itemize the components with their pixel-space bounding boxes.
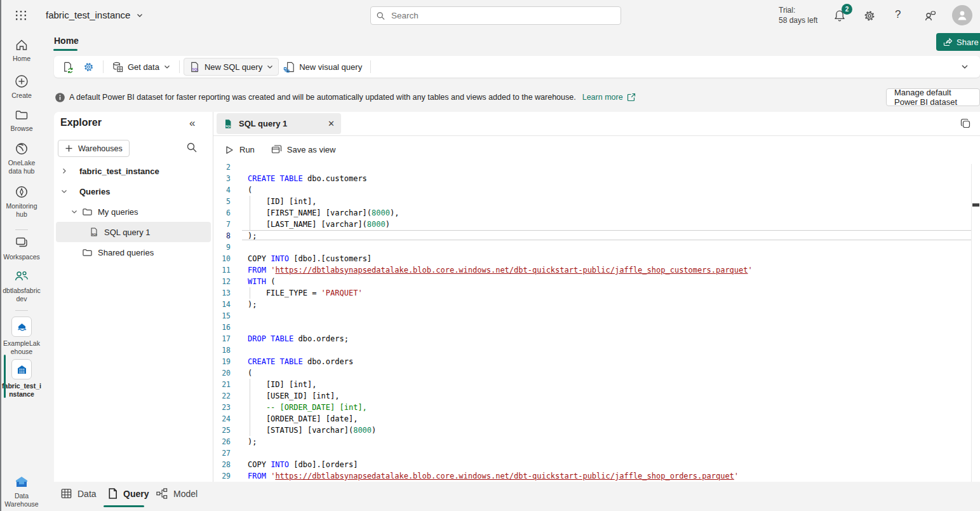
editor-line[interactable]: 20( <box>213 367 972 379</box>
share-button[interactable]: Share <box>936 33 980 51</box>
rail-item-monitoring-hub[interactable]: Monitoring hub <box>2 184 41 219</box>
line-number: 28 <box>213 459 242 470</box>
editor-line[interactable]: 13 FILE_TYPE = 'PARQUET' <box>213 287 972 299</box>
rail-item-browse[interactable]: Browse <box>2 108 41 133</box>
explorer-search-icon[interactable] <box>186 142 198 153</box>
editor-line[interactable]: 17DROP TABLE dbo.orders; <box>213 333 972 344</box>
view-tab-query[interactable]: Query <box>107 487 149 500</box>
editor-line[interactable]: 16 <box>213 322 972 333</box>
feedback-icon[interactable] <box>923 9 937 23</box>
rail-item-onelake-data-hub[interactable]: OneLake data hub <box>2 141 41 175</box>
line-number: 2 <box>213 164 242 173</box>
help-icon[interactable]: ? <box>895 8 901 21</box>
manage-dataset-button[interactable]: Manage default Power BI dataset <box>886 88 980 106</box>
editor-line[interactable]: 8); <box>213 230 972 242</box>
trial-status[interactable]: Trial: 58 days left <box>779 5 817 25</box>
editor-line[interactable]: 9 <box>213 242 972 253</box>
rail-item-create[interactable]: Create <box>2 74 41 100</box>
home-icon <box>15 38 29 52</box>
editor-line[interactable]: 4( <box>213 184 972 196</box>
rail-item-workspaces[interactable]: Workspaces <box>2 235 41 261</box>
rail-item-examplelakehouse[interactable]: ExampleLakehouse <box>2 317 41 356</box>
banner-message: A default Power BI dataset for faster re… <box>69 93 576 102</box>
tree-item-root[interactable]: fabric_test_instance <box>56 161 211 181</box>
rail-label: Home <box>13 55 30 63</box>
settings-gear-icon[interactable] <box>863 9 876 23</box>
copy-icon[interactable] <box>960 118 971 129</box>
new-sql-query-button[interactable]: SQL New SQL query <box>184 58 279 76</box>
editor-line[interactable]: 5 [ID] [int], <box>213 196 972 207</box>
app-launcher-icon[interactable] <box>14 8 28 22</box>
rail-item-data-warehouse[interactable]: Data Warehouse <box>2 474 41 508</box>
editor-line[interactable]: 3CREATE TABLE dbo.customers <box>213 173 972 184</box>
tab-close-icon[interactable]: ✕ <box>328 119 335 128</box>
code-text: ( <box>248 369 252 378</box>
editor-line[interactable]: 6 [FIRST_NAME] [varchar](8000), <box>213 207 972 219</box>
collapse-panel-icon[interactable]: « <box>189 117 195 130</box>
code-text: [ID] [int], <box>248 197 316 206</box>
new-visual-query-button[interactable]: New visual query <box>279 58 366 75</box>
chevron-down-icon[interactable] <box>70 208 78 215</box>
code-text: ); <box>248 231 257 240</box>
database-icon <box>112 61 124 73</box>
warehouses-button[interactable]: Warehouses <box>58 140 130 157</box>
warehouse-icon <box>17 364 27 375</box>
editor-line[interactable]: 7 [LAST_NAME] [varchar](8000) <box>213 219 972 230</box>
view-tab-model[interactable]: Model <box>156 487 198 500</box>
tree-item-queries[interactable]: Queries <box>56 181 211 201</box>
tree-item-my-queries[interactable]: My queries <box>56 201 211 222</box>
rail-item-home[interactable]: Home <box>2 38 41 63</box>
code-text: COPY INTO [dbo].[orders] <box>248 460 358 469</box>
refresh-button[interactable] <box>57 58 78 75</box>
query-settings-button[interactable] <box>78 58 99 75</box>
compass-icon <box>14 184 29 200</box>
editor-line[interactable]: 19CREATE TABLE dbo.orders <box>213 356 972 367</box>
editor-line[interactable]: 15 <box>213 310 972 322</box>
get-data-button[interactable]: Get data <box>107 58 175 75</box>
editor-line[interactable]: 23 -- [ORDER_DATE] [int], <box>213 402 972 413</box>
editor-line[interactable]: 14); <box>213 299 972 310</box>
rail-selected-indicator <box>4 355 6 398</box>
tree-item-shared-queries[interactable]: Shared queries <box>56 242 211 262</box>
editor-line[interactable]: 11FROM 'https://dbtlabsynapsedatalake.bl… <box>213 264 972 276</box>
tree-item-sql-query-1[interactable]: SQL SQL query 1 <box>56 222 211 242</box>
editor-line[interactable]: 12WITH ( <box>213 276 972 287</box>
learn-more-link[interactable]: Learn more <box>582 93 623 102</box>
editor-line[interactable]: 2 <box>213 164 972 173</box>
editor-line[interactable]: 22 [USER_ID] [int], <box>213 390 972 402</box>
editor-line[interactable]: 28COPY INTO [dbo].[orders] <box>213 459 972 470</box>
editor-line[interactable]: 24 [ORDER_DATE] [date], <box>213 413 972 425</box>
editor-line[interactable]: 25 [STATUS] [varchar](8000) <box>213 425 972 436</box>
global-search[interactable] <box>370 6 621 25</box>
rail-item-fabric-test-instance[interactable]: fabric_test_instance <box>2 359 41 399</box>
query-tab-underline <box>104 505 144 507</box>
view-tab-data[interactable]: Data <box>60 487 97 500</box>
editor-line[interactable]: 21 [ID] [int], <box>213 379 972 390</box>
toolbar-expand-chevron-icon[interactable] <box>960 62 970 72</box>
editor-line[interactable]: 18 <box>213 344 972 356</box>
editor-line[interactable]: 10COPY INTO [dbo].[customers] <box>213 253 972 264</box>
rail-label: Create <box>11 92 32 100</box>
workspace-switcher[interactable]: fabric_test_instance <box>46 10 144 20</box>
chevron-right-icon[interactable] <box>60 167 68 175</box>
code-text: FROM 'https://dbtlabsynapsedatalake.blob… <box>248 266 753 275</box>
line-number: 22 <box>213 390 242 402</box>
run-button[interactable]: Run <box>224 145 255 155</box>
editor-line[interactable]: 29FROM 'https://dbtlabsynapsedatalake.bl… <box>213 470 972 482</box>
save-as-view-button[interactable]: Save as view <box>271 144 336 155</box>
code-text: FROM 'https://dbtlabsynapsedatalake.blob… <box>248 472 739 480</box>
search-input[interactable] <box>390 10 615 21</box>
sql-code-editor[interactable]: 23CREATE TABLE dbo.customers4(5 [ID] [in… <box>213 164 980 482</box>
user-avatar[interactable] <box>952 5 972 25</box>
editor-scrollbar[interactable] <box>971 164 980 482</box>
ribbon-tab-home[interactable]: Home <box>54 36 79 46</box>
editor-line[interactable]: 27 <box>213 447 972 459</box>
rail-item-dbtlabsfabricdev[interactable]: dbtlabsfabricdev <box>2 269 41 303</box>
new-sql-query-label: New SQL query <box>205 62 262 72</box>
editor-line[interactable]: 26); <box>213 436 972 447</box>
chevron-down-icon[interactable] <box>60 187 68 195</box>
query-tab-sql-query-1[interactable]: SQL SQL query 1 ✕ <box>217 113 341 134</box>
toolbar-divider <box>370 60 371 73</box>
run-label: Run <box>239 145 255 154</box>
line-number: 12 <box>213 276 242 287</box>
